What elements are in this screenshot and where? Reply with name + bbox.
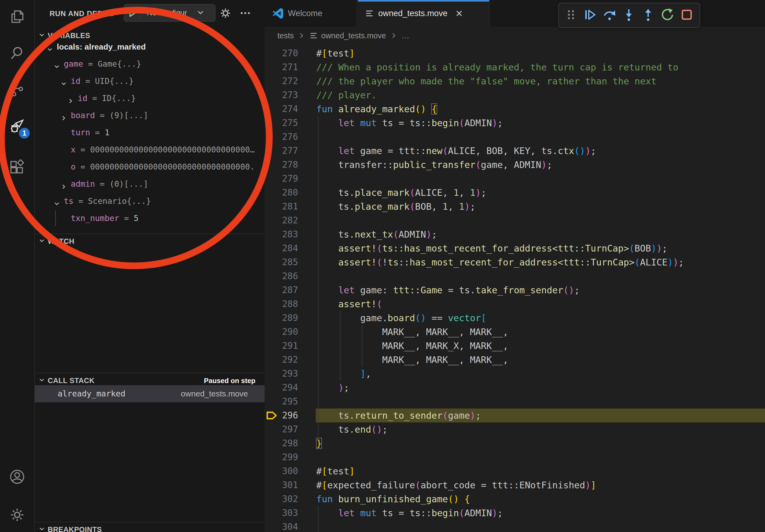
variable-row-txn_number[interactable]: txn_number = 5: [35, 210, 265, 227]
line-number-286[interactable]: 286: [265, 269, 298, 283]
step-into-button[interactable]: [619, 6, 638, 25]
continue-button[interactable]: [581, 6, 600, 25]
code-line-275[interactable]: let mut ts = ts::begin(ADMIN);: [316, 116, 503, 130]
variable-row-ts[interactable]: ts = Scenario{...}: [35, 193, 265, 210]
line-number-299[interactable]: 299: [265, 450, 298, 464]
line-number-291[interactable]: 291: [265, 339, 298, 353]
line-number-284[interactable]: 284: [265, 241, 298, 255]
code-line-298[interactable]: }: [316, 436, 322, 450]
code-line-273[interactable]: /// player.: [316, 88, 377, 102]
code-line-283[interactable]: ts.next_tx(ADMIN);: [316, 227, 437, 241]
variable-row-o[interactable]: o = 000000000000000000000000000000000.: [35, 158, 265, 175]
line-number-277[interactable]: 277: [265, 144, 298, 158]
activity-bar-item-run-and-debug[interactable]: 1: [8, 118, 26, 136]
code-line-297[interactable]: ts.end();: [316, 422, 387, 436]
line-number-290[interactable]: 290: [265, 325, 298, 339]
variable-row-admin[interactable]: admin = (0)[...]: [35, 175, 265, 193]
line-number-292[interactable]: 292: [265, 353, 298, 367]
watch-section-header[interactable]: WATCH: [35, 235, 265, 248]
breadcrumb-tests[interactable]: tests: [278, 31, 294, 40]
breadcrumb-symbol[interactable]: …: [401, 31, 409, 40]
step-over-button[interactable]: [600, 6, 619, 25]
code-line-285[interactable]: assert!(!ts::has_most_recent_for_address…: [316, 255, 684, 269]
line-number-280[interactable]: 280: [265, 186, 298, 199]
variable-row-id[interactable]: id = UID{...}: [35, 73, 265, 90]
more-actions-icon[interactable]: [239, 7, 252, 20]
variable-row-scope[interactable]: locals: already_marked: [35, 38, 265, 56]
line-number-279[interactable]: 279: [265, 172, 298, 186]
variable-row-turn[interactable]: turn = 1: [35, 124, 265, 141]
variable-row-game[interactable]: game = Game{...}: [35, 56, 265, 73]
code-editor[interactable]: 270#[test]271/// When a position is alre…: [265, 45, 765, 532]
line-number-297[interactable]: 297: [265, 422, 298, 436]
code-line-291[interactable]: MARK__, MARK_X, MARK__,: [316, 339, 508, 353]
debug-gear-icon[interactable]: [219, 7, 232, 20]
start-debug-icon[interactable]: [124, 7, 141, 19]
code-line-274[interactable]: fun already_marked() {: [316, 102, 437, 116]
code-line-292[interactable]: MARK__, MARK__, MARK__,: [316, 353, 508, 367]
line-number-302[interactable]: 302: [265, 492, 298, 506]
code-line-300[interactable]: #[test]: [316, 464, 355, 478]
line-number-294[interactable]: 294: [265, 381, 298, 395]
code-line-302[interactable]: fun burn_unfinished_game() {: [316, 492, 470, 506]
line-number-288[interactable]: 288: [265, 297, 298, 311]
line-number-281[interactable]: 281: [265, 199, 298, 213]
line-number-293[interactable]: 293: [265, 367, 298, 381]
code-line-293[interactable]: ],: [316, 367, 371, 381]
code-line-284[interactable]: assert!(ts::has_most_recent_for_address<…: [316, 241, 667, 255]
code-line-277[interactable]: let game = ttt::new(ALICE, BOB, KEY, ts.…: [316, 144, 596, 158]
line-number-301[interactable]: 301: [265, 478, 298, 492]
line-number-287[interactable]: 287: [265, 283, 298, 297]
activity-bar-item-search[interactable]: [8, 45, 26, 63]
drag-handle[interactable]: [561, 6, 581, 25]
code-line-287[interactable]: let game: ttt::Game = ts.take_from_sende…: [316, 283, 580, 297]
close-icon[interactable]: [455, 9, 463, 18]
code-line-296[interactable]: ts.return_to_sender(game);: [316, 408, 481, 422]
tab-welcome[interactable]: Welcome: [265, 0, 357, 27]
code-line-288[interactable]: assert!(: [316, 297, 382, 311]
step-out-button[interactable]: [638, 6, 658, 25]
code-line-281[interactable]: ts.place_mark(BOB, 1, 1);: [316, 199, 475, 213]
line-number-298[interactable]: 298: [265, 436, 298, 450]
breakpoints-section-header[interactable]: BREAKPOINTS: [35, 523, 265, 532]
line-number-275[interactable]: 275: [265, 116, 298, 130]
line-number-295[interactable]: 295: [265, 395, 298, 408]
activity-bar-item-extensions[interactable]: [8, 158, 26, 177]
tab-owned-tests-move[interactable]: owned_tests.move: [358, 0, 490, 27]
code-line-301[interactable]: #[expected_failure(abort_code = ttt::ENo…: [316, 478, 596, 492]
code-line-270[interactable]: #[test]: [316, 46, 355, 60]
stop-button[interactable]: [677, 6, 696, 25]
code-line-289[interactable]: game.board() == vector[: [316, 311, 486, 325]
line-number-272[interactable]: 272: [265, 74, 298, 88]
breadcrumb-file[interactable]: owned_tests.move: [321, 31, 386, 40]
activity-bar-item-source-control[interactable]: [8, 81, 26, 99]
line-number-303[interactable]: 303: [265, 506, 298, 520]
activity-bar-item-explorer[interactable]: [8, 8, 26, 26]
launch-config-dropdown[interactable]: No Configur: [124, 4, 216, 22]
line-number-273[interactable]: 273: [265, 88, 298, 102]
line-number-289[interactable]: 289: [265, 311, 298, 325]
code-line-294[interactable]: );: [316, 381, 349, 395]
line-number-278[interactable]: 278: [265, 158, 298, 172]
code-line-303[interactable]: let mut ts = ts::begin(ADMIN);: [316, 506, 503, 520]
code-line-290[interactable]: MARK__, MARK__, MARK__,: [316, 325, 508, 339]
activity-bar-item-account[interactable]: [8, 468, 26, 486]
code-line-271[interactable]: /// When a position is already marked, t…: [316, 60, 678, 74]
line-number-276[interactable]: 276: [265, 130, 298, 144]
call-stack-frame[interactable]: already_marked owned_tests.move: [35, 385, 265, 402]
line-number-285[interactable]: 285: [265, 255, 298, 269]
activity-bar-item-settings[interactable]: [8, 506, 26, 524]
code-line-272[interactable]: /// the player who made the "false" move…: [316, 74, 656, 88]
line-number-283[interactable]: 283: [265, 227, 298, 241]
line-number-270[interactable]: 270: [265, 46, 298, 60]
restart-button[interactable]: [658, 6, 677, 25]
variable-row-board[interactable]: board = (9)[...]: [35, 107, 265, 124]
variable-row-id[interactable]: id = ID{...}: [35, 90, 265, 107]
code-line-278[interactable]: transfer::public_transfer(game, ADMIN);: [316, 158, 552, 172]
code-line-280[interactable]: ts.place_mark(ALICE, 1, 1);: [316, 186, 486, 199]
variable-row-x[interactable]: x = 000000000000000000000000000000000…: [35, 141, 265, 158]
line-number-282[interactable]: 282: [265, 213, 298, 227]
line-number-271[interactable]: 271: [265, 60, 298, 74]
line-number-304[interactable]: 304: [265, 520, 298, 532]
line-number-274[interactable]: 274: [265, 102, 298, 116]
